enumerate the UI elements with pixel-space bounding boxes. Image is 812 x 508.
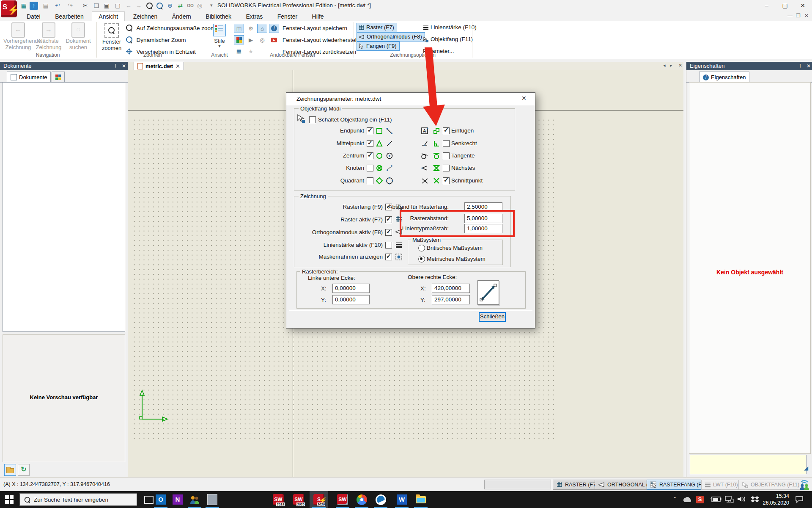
knoten-checkbox[interactable]: [367, 165, 373, 171]
collaboration-icon[interactable]: [798, 479, 810, 490]
einfuegen-checkbox[interactable]: [443, 127, 450, 134]
gear-icon[interactable]: ⚙: [246, 24, 256, 33]
refresh-button[interactable]: ↻: [18, 464, 30, 476]
paste-icon[interactable]: ▣: [102, 2, 111, 10]
info-icon[interactable]: i: [269, 24, 279, 33]
taskbar-clock[interactable]: 15:34 26.05.2020: [761, 493, 789, 506]
ll-x-input[interactable]: 0,00000: [332, 284, 370, 293]
orthogonal-toggle[interactable]: Orthogonalmodus (F8): [357, 32, 425, 41]
senkrecht-checkbox[interactable]: [443, 140, 450, 147]
ur-y-input[interactable]: 297,00000: [432, 295, 470, 304]
document-icon[interactable]: ▢: [113, 2, 122, 10]
snap-spacing-input[interactable]: 2,50000: [464, 202, 502, 212]
pan-icon[interactable]: ⊕: [166, 2, 174, 10]
pin-icon[interactable]: ⊺: [114, 62, 117, 70]
taskbar-outlook[interactable]: O: [151, 491, 170, 508]
fangen-toggle[interactable]: Fangen (F9): [357, 41, 400, 51]
previous-drawing-button[interactable]: ← Vorhergehende Zeichnung: [3, 22, 33, 52]
forward-icon[interactable]: →: [134, 2, 143, 10]
schnittpunkt-checkbox[interactable]: [443, 177, 450, 184]
save-window-layout-item[interactable]: Fenster-Layout speichern: [283, 25, 347, 31]
taskbar-solidworks-2019[interactable]: SW2019: [269, 491, 288, 508]
video-icon[interactable]: ▶: [269, 35, 279, 44]
status-objektfang-toggle[interactable]: OBJEKTFANG (F11): [738, 480, 803, 490]
menu-fenster[interactable]: Fenster: [271, 12, 304, 21]
taskbar-explorer[interactable]: [411, 491, 430, 508]
qat-overflow-icon[interactable]: ▾: [210, 3, 213, 8]
zoom-icon[interactable]: [146, 3, 153, 11]
tray-solidworks-icon[interactable]: S: [696, 496, 704, 503]
status-lwt-toggle[interactable]: LWT (F10): [701, 480, 741, 490]
panel-close-icon[interactable]: ✕: [122, 62, 126, 70]
properties-note-box[interactable]: [690, 455, 807, 474]
taskbar-word[interactable]: W: [392, 491, 411, 508]
publish-icon[interactable]: ↑: [30, 2, 38, 10]
mdi-close-icon[interactable]: ✕: [804, 13, 809, 19]
undo-icon[interactable]: ↶: [53, 2, 62, 10]
start-button[interactable]: [0, 491, 19, 508]
layout-window-icon[interactable]: ◫: [234, 24, 244, 33]
zoom-extents-item[interactable]: Auf Zeichnungsausmaße zoomen: [126, 24, 222, 32]
lineweight-item[interactable]: Linienstärke (F10): [423, 24, 477, 30]
taskbar-onenote[interactable]: N: [168, 491, 187, 508]
pick-extents-button[interactable]: [477, 280, 499, 305]
tray-chevron-icon[interactable]: ⌃: [673, 496, 677, 502]
tabbar-close-icon[interactable]: ✕: [678, 63, 682, 68]
tab-project[interactable]: [52, 72, 65, 83]
panel-corner-icon[interactable]: ◢: [804, 465, 811, 472]
redo-icon[interactable]: ↷: [66, 2, 74, 10]
notification-icon[interactable]: [795, 496, 804, 503]
tab-scroll-left-icon[interactable]: ◂: [663, 63, 666, 68]
minimize-button[interactable]: –: [758, 0, 776, 11]
network-icon[interactable]: [724, 495, 734, 503]
taskbar-search[interactable]: Zur Suche Text hier eingeben: [19, 493, 137, 506]
tab-close-icon[interactable]: ✕: [176, 63, 180, 69]
search-document-button[interactable]: ◌ Dokument suchen: [64, 22, 92, 52]
mask-window-icon[interactable]: ◎: [257, 35, 267, 44]
documents-list[interactable]: [3, 82, 125, 332]
menu-zeichnen[interactable]: Zeichnen: [127, 12, 164, 21]
naechstes-checkbox[interactable]: [443, 165, 450, 171]
stile-button[interactable]: Stile ▼: [210, 22, 229, 54]
ll-y-input[interactable]: 0,00000: [332, 295, 370, 304]
speaker-icon[interactable]: [737, 495, 747, 503]
binoculars-icon[interactable]: OO: [186, 2, 195, 10]
menu-ansicht[interactable]: Ansicht: [92, 11, 125, 21]
tab-eigenschaften[interactable]: i Eigenschaften: [699, 72, 749, 83]
taskbar-draftsight[interactable]: [371, 491, 390, 508]
maximize-button[interactable]: ▢: [776, 0, 794, 11]
copy-icon[interactable]: ❏: [92, 2, 101, 10]
object-snap-item[interactable]: Objektfang (F11): [423, 36, 473, 42]
battery-icon[interactable]: [710, 496, 721, 502]
zoom-window-icon[interactable]: [156, 3, 163, 11]
enable-object-snap-checkbox[interactable]: [309, 116, 316, 123]
tab-dokumente[interactable]: Dokumente: [7, 72, 51, 83]
quadrant-checkbox[interactable]: [367, 177, 373, 184]
ur-x-input[interactable]: 420,00000: [432, 284, 470, 293]
status-rasterfang-toggle[interactable]: RASTERFANG (F9): [647, 480, 710, 490]
grid-spacing-input[interactable]: 5,00000: [464, 214, 502, 223]
imperial-radio[interactable]: [418, 245, 425, 251]
linetype-scale-input[interactable]: 1,00000: [464, 224, 502, 233]
lwt-aktiv-checkbox[interactable]: [385, 242, 392, 248]
taskbar-solidworks-electrical-2020[interactable]: S⚡2020: [310, 491, 328, 508]
endpunkt-checkbox[interactable]: [367, 127, 373, 134]
taskbar-chrome[interactable]: [352, 491, 371, 508]
print-icon[interactable]: ▤: [41, 2, 50, 10]
mask-icon[interactable]: ◎: [195, 2, 204, 10]
mittelpunkt-checkbox[interactable]: [367, 140, 373, 147]
dialog-title-bar[interactable]: Zeichnungsparameter: metric.dwt ✕: [286, 93, 535, 105]
menu-bearbeiten[interactable]: Bearbeiten: [49, 12, 90, 21]
menu-bibliothek[interactable]: Bibliothek: [199, 12, 238, 21]
taskbar-solidworks-2020[interactable]: SW2020: [289, 491, 308, 508]
open-folder-button[interactable]: [4, 464, 16, 476]
palette-icon[interactable]: [234, 35, 244, 44]
pin-icon[interactable]: ⊺: [799, 62, 801, 70]
zentrum-checkbox[interactable]: [367, 152, 373, 159]
dropbox-icon[interactable]: [751, 496, 759, 503]
document-tab-metric[interactable]: metric.dwt ✕: [134, 62, 184, 70]
menu-hilfe[interactable]: Hilfe: [306, 12, 330, 21]
taskbar-edrawings[interactable]: SW: [333, 491, 352, 508]
menu-aendern[interactable]: Ändern: [166, 12, 198, 21]
metric-radio[interactable]: [418, 256, 425, 262]
